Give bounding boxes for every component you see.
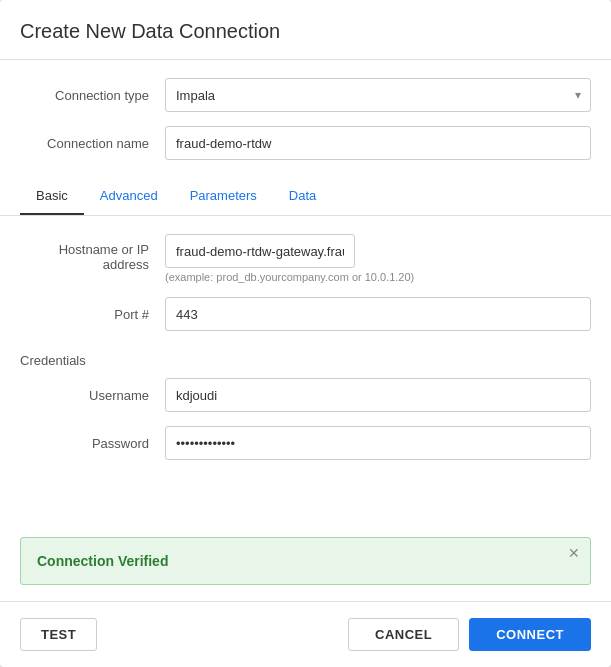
tabs-container: Basic Advanced Parameters Data <box>20 178 591 215</box>
connection-type-label: Connection type <box>20 88 165 103</box>
hostname-label: Hostname or IP address <box>20 234 165 272</box>
tabs-section: Basic Advanced Parameters Data <box>0 178 611 216</box>
connection-name-label: Connection name <box>20 136 165 151</box>
verified-text: Connection Verified <box>37 553 168 569</box>
footer-right-buttons: CANCEL CONNECT <box>348 618 591 651</box>
cancel-button[interactable]: CANCEL <box>348 618 459 651</box>
password-label: Password <box>20 436 165 451</box>
tab-basic[interactable]: Basic <box>20 178 84 215</box>
hostname-row: Hostname or IP address (example: prod_db… <box>20 234 591 283</box>
password-row: Password <box>20 426 591 460</box>
connection-name-row: Connection name <box>20 126 591 160</box>
username-row: Username <box>20 378 591 412</box>
username-input[interactable] <box>165 378 591 412</box>
port-input[interactable] <box>165 297 591 331</box>
create-connection-dialog: Create New Data Connection Connection ty… <box>0 0 611 667</box>
credentials-section-label: Credentials <box>20 345 591 378</box>
connection-type-select-wrapper: Impala ▾ <box>165 78 591 112</box>
spacer <box>0 474 611 521</box>
dialog-footer: TEST CANCEL CONNECT <box>0 601 611 667</box>
tab-advanced[interactable]: Advanced <box>84 178 174 215</box>
connection-type-select[interactable]: Impala <box>165 78 591 112</box>
basic-tab-content: Hostname or IP address (example: prod_db… <box>0 216 611 474</box>
hostname-container: (example: prod_db.yourcompany.com or 10.… <box>165 234 591 283</box>
dialog-title: Create New Data Connection <box>0 0 611 60</box>
connection-name-input[interactable] <box>165 126 591 160</box>
test-button[interactable]: TEST <box>20 618 97 651</box>
password-input[interactable] <box>165 426 591 460</box>
connect-button[interactable]: CONNECT <box>469 618 591 651</box>
close-icon[interactable]: ✕ <box>568 546 580 560</box>
connection-type-section: Connection type Impala ▾ Connection name <box>0 60 611 174</box>
hostname-input[interactable] <box>165 234 355 268</box>
connection-verified-banner: Connection Verified ✕ <box>20 537 591 585</box>
hostname-hint: (example: prod_db.yourcompany.com or 10.… <box>165 271 591 283</box>
username-label: Username <box>20 388 165 403</box>
port-label: Port # <box>20 307 165 322</box>
connection-type-row: Connection type Impala ▾ <box>20 78 591 112</box>
tab-data[interactable]: Data <box>273 178 332 215</box>
port-row: Port # <box>20 297 591 331</box>
tab-parameters[interactable]: Parameters <box>174 178 273 215</box>
